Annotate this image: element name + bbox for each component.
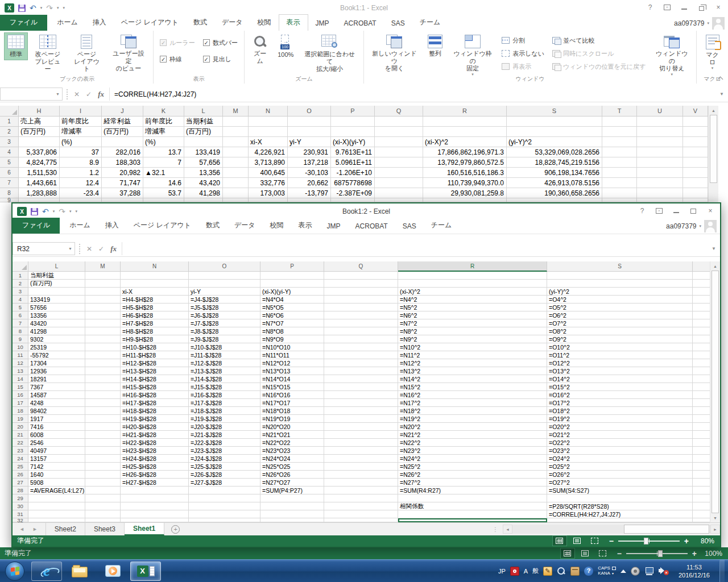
scrollbar-thumb[interactable] xyxy=(712,271,719,513)
cell-M22[interactable] xyxy=(85,439,121,447)
cell-I3[interactable]: (%) xyxy=(60,137,102,147)
cell-R9[interactable] xyxy=(423,198,507,202)
menu-tab-file[interactable]: ファイル xyxy=(0,15,47,31)
cell-P3[interactable]: (xi-X)(yi-Y) xyxy=(331,137,375,147)
cell-P29[interactable] xyxy=(260,494,324,502)
cell-N3[interactable]: xi-X xyxy=(249,137,288,147)
cell-S26[interactable]: =O26^2 xyxy=(547,471,693,479)
cell-pad20[interactable] xyxy=(693,423,710,431)
cell-N2[interactable] xyxy=(121,280,189,288)
cell-V8[interactable] xyxy=(683,188,708,198)
close-button[interactable]: × xyxy=(702,205,719,217)
cell-R17[interactable]: =N17^2 xyxy=(398,399,547,407)
cell-M26[interactable] xyxy=(85,471,121,479)
cell-L6[interactable]: 13,356 xyxy=(184,168,223,178)
cell-O5[interactable]: =J5-$J$28 xyxy=(189,304,260,311)
cell-M12[interactable] xyxy=(85,359,121,367)
menu-tab-11[interactable]: チーム xyxy=(412,15,448,31)
network-icon[interactable] xyxy=(644,567,654,575)
scrollbar-thumb[interactable] xyxy=(710,115,717,183)
column-header-H[interactable]: H xyxy=(19,106,60,117)
cell-L29[interactable] xyxy=(28,494,85,502)
cell-L3[interactable] xyxy=(28,288,85,296)
select-all-corner[interactable] xyxy=(13,261,28,272)
cell-O22[interactable]: =J22-$J$28 xyxy=(189,439,260,447)
cell-Q6[interactable] xyxy=(324,311,398,319)
vertical-scrollbar-book1-2[interactable]: ▲ ▼ xyxy=(710,261,720,522)
cell-pad24[interactable] xyxy=(693,455,710,463)
cell-M6[interactable] xyxy=(85,311,121,319)
cell-O8[interactable]: =J8-$J$28 xyxy=(189,327,260,335)
row-header-29[interactable]: 29 xyxy=(13,494,28,502)
cell-U7[interactable] xyxy=(637,178,683,188)
zoom-slider[interactable]: − + xyxy=(609,538,689,544)
cell-O6[interactable]: -30,103 xyxy=(288,168,331,178)
cell-K7[interactable]: 14.6 xyxy=(143,178,184,188)
cell-P1[interactable] xyxy=(260,272,324,280)
cell-pad15[interactable] xyxy=(693,383,710,391)
row-header-3[interactable]: 3 xyxy=(0,137,19,147)
cell-I2[interactable]: 増減率 xyxy=(60,127,102,137)
name-box-dropdown-icon[interactable]: ▼ xyxy=(53,92,62,96)
cell-O15[interactable]: =J15-$J$28 xyxy=(189,383,260,391)
cell-S3[interactable]: (yi-Y)^2 xyxy=(507,137,602,147)
cell-L18[interactable]: 98402 xyxy=(28,407,85,415)
row-header-7[interactable]: 7 xyxy=(0,178,19,188)
cell-P32[interactable] xyxy=(260,518,324,522)
cell-R32[interactable] xyxy=(398,518,547,522)
cell-N29[interactable] xyxy=(121,494,189,502)
menu-tab-2[interactable]: 挿入 xyxy=(98,218,126,234)
cell-pad19[interactable] xyxy=(693,415,710,423)
cell-M19[interactable] xyxy=(85,415,121,423)
volume-muted-icon[interactable]: × xyxy=(659,567,669,575)
row-header-27[interactable]: 27 xyxy=(13,479,28,487)
cell-R12[interactable]: =N12^2 xyxy=(398,359,547,367)
cell-T5[interactable] xyxy=(602,157,637,168)
cell-S6[interactable]: 906,198,134.7656 xyxy=(507,168,602,178)
cell-K9[interactable] xyxy=(143,198,184,202)
cell-pad28[interactable] xyxy=(693,487,710,494)
cell-O12[interactable]: =J12-$J$28 xyxy=(189,359,260,367)
cell-R25[interactable]: =N25^2 xyxy=(398,463,547,471)
row-header-2[interactable]: 2 xyxy=(0,127,19,137)
cell-H1[interactable]: 売上高 xyxy=(19,117,60,127)
cell-M5[interactable] xyxy=(223,157,249,168)
cell-N19[interactable]: =H19-$H$28 xyxy=(121,415,189,423)
cell-K2[interactable]: 増減率 xyxy=(143,127,184,137)
cell-O19[interactable]: =J19-$J$28 xyxy=(189,415,260,423)
cell-L5[interactable]: 57,656 xyxy=(184,157,223,168)
cell-L8[interactable]: 41298 xyxy=(28,327,85,335)
zoom-in-icon[interactable]: + xyxy=(684,538,689,544)
cell-M18[interactable] xyxy=(85,407,121,415)
cell-S19[interactable]: =O19^2 xyxy=(547,415,693,423)
column-header-U[interactable]: U xyxy=(637,106,683,117)
cell-J7[interactable]: 71,747 xyxy=(102,178,143,188)
cell-O9[interactable]: =J9-$J$28 xyxy=(189,335,260,343)
cell-S5[interactable]: =O5^2 xyxy=(547,304,693,311)
cell-P2[interactable] xyxy=(331,127,375,137)
cell-Q5[interactable] xyxy=(375,157,423,168)
cell-P26[interactable]: =N26*O26 xyxy=(260,471,324,479)
menu-tab-2[interactable]: 挿入 xyxy=(85,15,114,31)
cell-pad17[interactable] xyxy=(693,399,710,407)
cell-N22[interactable]: =H22-$H$28 xyxy=(121,439,189,447)
cell-N4[interactable]: =H4-$H$28 xyxy=(121,296,189,304)
cell-L5[interactable]: 57656 xyxy=(28,304,85,311)
menu-tab-4[interactable]: 数式 xyxy=(186,15,214,31)
cell-O21[interactable]: =J21-$J$28 xyxy=(189,431,260,439)
cell-S5[interactable]: 18,828,745,219.5156 xyxy=(507,157,602,168)
normal-view-shortcut[interactable] xyxy=(553,536,566,546)
cell-M28[interactable] xyxy=(85,487,121,494)
cell-pad21[interactable] xyxy=(693,431,710,439)
cell-S25[interactable]: =O25^2 xyxy=(547,463,693,471)
cell-R16[interactable]: =N16^2 xyxy=(398,391,547,399)
account-area[interactable]: aa097379 ▾ xyxy=(674,17,725,30)
menu-tab-3[interactable]: ページ レイアウト xyxy=(114,15,186,31)
ime-dictionary-icon[interactable] xyxy=(557,567,566,576)
cell-O4[interactable]: =J4-$J$28 xyxy=(189,296,260,304)
cell-T6[interactable] xyxy=(602,168,637,178)
cell-P21[interactable]: =N21*O21 xyxy=(260,431,324,439)
cell-P25[interactable]: =N25*O25 xyxy=(260,463,324,471)
horizontal-scrollbar[interactable]: ◄ ► xyxy=(503,525,720,534)
minimize-button[interactable] xyxy=(668,205,685,217)
